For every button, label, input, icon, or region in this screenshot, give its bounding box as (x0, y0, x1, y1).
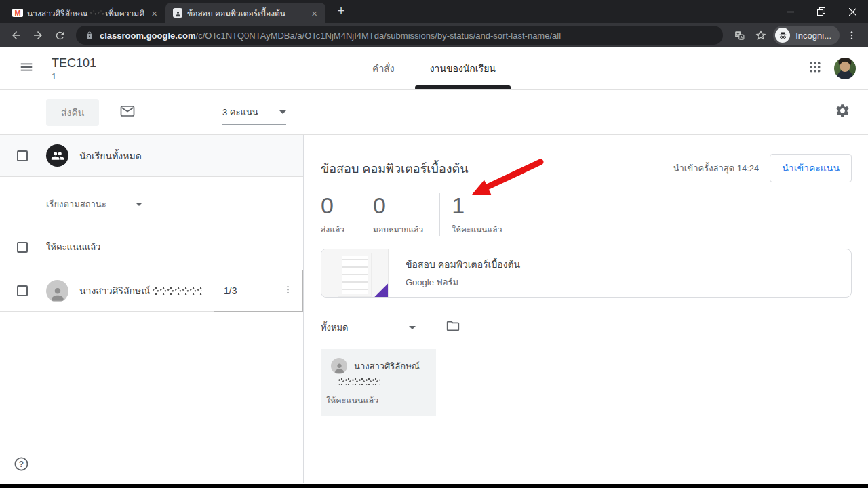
all-students-row[interactable]: นักเรียนทั้งหมด (0, 135, 303, 177)
bookmark-star-icon[interactable] (751, 26, 770, 45)
student-avatar (331, 358, 347, 374)
attachment-type: Google ฟอร์ม (406, 275, 520, 289)
address-bar[interactable]: classroom.google.com/c/OTc1NTQ0NTAyMDBa/… (76, 26, 723, 45)
chevron-down-icon (409, 326, 416, 329)
student-row[interactable]: นางสาวศิริลักษณ์ 1/3 (0, 270, 303, 312)
forms-fold-icon (374, 283, 388, 297)
points-value: 3 คะแนน (222, 105, 258, 119)
course-section: 1 (52, 71, 96, 81)
attachment-info: ข้อสอบ คอมพิวเตอร์เบื้องต้น Google ฟอร์ม (406, 257, 520, 289)
tab-student-work[interactable]: งานของนักเรียน (412, 47, 513, 89)
main-panel: ข้อสอบ คอมพิวเตอร์เบื้องต้น นำเข้าครั้งล… (304, 135, 868, 483)
attachment-title: ข้อสอบ คอมพิวเตอร์เบื้องต้น (406, 257, 520, 272)
settings-gear-icon[interactable] (833, 102, 852, 123)
more-options-icon[interactable] (280, 282, 296, 300)
course-info[interactable]: TEC101 1 (52, 56, 96, 81)
lock-icon (85, 31, 94, 39)
header-right (808, 58, 856, 79)
import-grades-button[interactable]: นำเข้าคะแนน (770, 154, 852, 182)
points-dropdown[interactable]: 3 คะแนน (222, 105, 286, 125)
student-avatar (46, 280, 68, 302)
close-window-button[interactable] (837, 0, 868, 23)
stat-label: มอบหมายแล้ว (373, 223, 423, 236)
student-name: นางสาวศิริลักษณ์ (79, 283, 202, 298)
student-submission-card[interactable]: นางสาวศิริลักษณ์ ให้คะแนนแล้ว (321, 349, 436, 416)
stat-label: ส่งแล้ว (321, 223, 344, 236)
restore-button[interactable] (806, 0, 837, 23)
translate-icon[interactable] (730, 26, 749, 45)
reload-button[interactable] (50, 26, 69, 45)
minimize-button[interactable] (774, 0, 806, 23)
gmail-icon: M (12, 7, 23, 18)
student-checkbox[interactable] (17, 285, 28, 296)
filter-value: ทั้งหมด (321, 321, 349, 335)
status-stats: 0 ส่งแล้ว 0 มอบหมายแล้ว 1 ให้คะแนนแล้ว (321, 193, 852, 236)
browser-tab-classroom[interactable]: ข้อสอบ คอมพิวเตอร์เบื้องต้น × (165, 3, 326, 23)
graded-group-label: ให้คะแนนแล้ว (46, 240, 100, 254)
chevron-down-icon (136, 203, 142, 206)
bottom-black-strip (0, 484, 868, 488)
main-menu-icon[interactable] (16, 57, 37, 80)
back-button[interactable] (7, 26, 26, 45)
sort-label: เรียงตามสถานะ (46, 197, 106, 211)
email-icon[interactable] (118, 102, 137, 123)
incognito-label: Incogni... (795, 30, 831, 41)
incognito-badge[interactable]: Incogni... (773, 26, 840, 45)
svg-text:?: ? (19, 460, 24, 469)
assignment-header: ข้อสอบ คอมพิวเตอร์เบื้องต้น นำเข้าครั้งล… (321, 154, 852, 182)
account-avatar[interactable] (834, 58, 856, 79)
all-students-icon (46, 144, 68, 167)
grade-cell[interactable]: 1/3 (214, 270, 303, 312)
tab-instructions[interactable]: คำสั่ง (355, 47, 412, 89)
chevron-down-icon (279, 110, 286, 114)
page-body: นักเรียนทั้งหมด เรียงตามสถานะ ให้คะแนนแล… (0, 135, 868, 483)
stat-turned-in[interactable]: 0 ส่งแล้ว (321, 193, 361, 236)
browser-menu-icon[interactable] (842, 26, 861, 45)
return-work-button[interactable]: ส่งคืน (46, 99, 99, 126)
tab-title: ข้อสอบ คอมพิวเตอร์เบื้องต้น (187, 7, 304, 20)
attachment-card[interactable]: ข้อสอบ คอมพิวเตอร์เบื้องต้น Google ฟอร์ม (321, 249, 852, 298)
form-thumbnail (321, 249, 389, 297)
tab-close-icon[interactable]: × (149, 7, 160, 20)
incognito-icon (775, 28, 790, 43)
browser-tab-strip: M นางสาวศิริลักษณเพิ่มความคิ × ข้อสอบ คอ… (0, 0, 868, 23)
folder-icon[interactable] (444, 317, 462, 338)
redacted-text (338, 378, 380, 385)
card-status: ให้คะแนนแล้ว (326, 394, 378, 407)
redacted-text (152, 287, 202, 295)
graded-group-row: ให้คะแนนแล้ว (0, 240, 303, 254)
card-student-name: นางสาวศิริลักษณ์ (354, 359, 420, 373)
submissions-filter-dropdown[interactable]: ทั้งหมด (321, 321, 416, 335)
stat-label: ให้คะแนนแล้ว (452, 223, 502, 236)
select-all-checkbox[interactable] (17, 150, 28, 161)
url-text: classroom.google.com/c/OTc1NTQ0NTAyMDBa/… (100, 30, 561, 41)
course-title: TEC101 (52, 56, 96, 70)
google-apps-icon[interactable] (808, 60, 822, 77)
stat-value: 0 (321, 193, 344, 218)
card-student: นางสาวศิริลักษณ์ (321, 349, 436, 374)
redacted-text (90, 9, 106, 16)
new-tab-button[interactable]: + (332, 2, 350, 20)
stat-graded[interactable]: 1 ให้คะแนนแล้ว (452, 193, 518, 236)
browser-toolbar: classroom.google.com/c/OTc1NTQ0NTAyMDBa/… (0, 23, 868, 47)
last-import-time: นำเข้าครั้งล่าสุด 14:24 (673, 161, 760, 176)
browser-tab-gmail[interactable]: M นางสาวศิริลักษณเพิ่มความคิ × (5, 3, 165, 23)
grade-value: 1/3 (224, 285, 237, 296)
graded-group-checkbox[interactable] (17, 242, 28, 253)
window-controls (774, 0, 868, 23)
all-students-label: นักเรียนทั้งหมด (79, 148, 142, 163)
sort-by-status-dropdown[interactable]: เรียงตามสถานะ (46, 197, 142, 211)
action-bar: ส่งคืน 3 คะแนน (0, 90, 868, 135)
classroom-tabs: คำสั่ง งานของนักเรียน (355, 47, 513, 89)
stat-value: 1 (452, 193, 502, 218)
help-icon[interactable]: ? (14, 456, 29, 474)
students-sidebar: นักเรียนทั้งหมด เรียงตามสถานะ ให้คะแนนแล… (0, 135, 304, 483)
forward-button[interactable] (28, 26, 47, 45)
stat-value: 0 (373, 193, 423, 218)
tab-close-icon[interactable]: × (309, 7, 320, 20)
classroom-header: TEC101 1 คำสั่ง งานของนักเรียน (0, 47, 868, 90)
stat-assigned[interactable]: 0 มอบหมายแล้ว (373, 193, 440, 236)
assignment-icon (172, 7, 183, 18)
tab-title: นางสาวศิริลักษณเพิ่มความคิ (27, 7, 144, 20)
assignment-title: ข้อสอบ คอมพิวเตอร์เบื้องต้น (321, 159, 469, 178)
